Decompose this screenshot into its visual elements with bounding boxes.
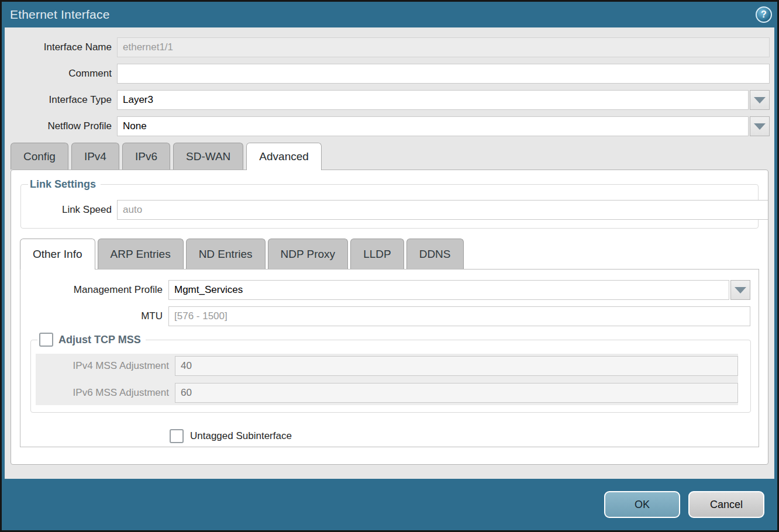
link-speed-field[interactable] (117, 200, 768, 220)
dialog-title: Ethernet Interface (10, 8, 110, 22)
interface-name-row: Interface Name (5, 37, 770, 57)
advanced-tab-panel: Link Settings Link Speed Link Duplex Lin… (11, 170, 768, 465)
help-icon[interactable]: ? (756, 6, 772, 23)
untagged-subinterface-row: Untagged Subinterface (170, 429, 759, 443)
management-profile-dropdown-button[interactable] (730, 280, 750, 300)
comment-field[interactable] (117, 64, 770, 84)
tab-ddns[interactable]: DDNS (406, 239, 464, 269)
ipv4-mss-field (175, 356, 738, 376)
interface-type-combo (117, 90, 770, 110)
ipv4-mss-label: IPv4 MSS Adjustment (36, 360, 175, 372)
cancel-button[interactable]: Cancel (688, 491, 764, 518)
netflow-profile-combo (117, 116, 770, 136)
adjust-tcp-mss-label: Adjust TCP MSS (58, 334, 141, 346)
dropdown-arrow-icon (754, 97, 766, 103)
tab-ipv6[interactable]: IPv6 (122, 143, 170, 170)
tab-sd-wan[interactable]: SD-WAN (173, 143, 243, 170)
interface-type-field[interactable] (117, 90, 749, 110)
link-settings-row: Link Speed Link Duplex Link State (21, 200, 752, 220)
ipv6-mss-label: IPv6 MSS Adjustment (36, 387, 175, 399)
ok-button[interactable]: OK (604, 491, 680, 518)
ipv4-mss-row: IPv4 MSS Adjustment (36, 356, 738, 376)
netflow-profile-field[interactable] (117, 116, 749, 136)
netflow-profile-row: Netflow Profile (5, 116, 770, 136)
top-form: Interface Name Comment Interface Type Ne… (5, 27, 774, 136)
title-bar: Ethernet Interface ? (2, 2, 777, 27)
mtu-label: MTU (20, 310, 168, 322)
untagged-subinterface-checkbox[interactable] (170, 429, 184, 443)
interface-type-row: Interface Type (5, 90, 770, 110)
netflow-profile-dropdown-button[interactable] (750, 116, 770, 136)
comment-row: Comment (5, 64, 770, 84)
adjust-tcp-mss-fieldset: Adjust TCP MSS IPv4 MSS Adjustment IPv6 … (30, 333, 751, 413)
main-tab-bar: Config IPv4 IPv6 SD-WAN Advanced (11, 143, 774, 170)
tab-lldp[interactable]: LLDP (350, 239, 404, 269)
link-settings-fieldset: Link Settings Link Speed Link Duplex Lin… (20, 178, 759, 229)
link-speed-label: Link Speed (21, 204, 117, 216)
adjust-tcp-mss-legend: Adjust TCP MSS (37, 333, 146, 347)
management-profile-row: Management Profile (20, 280, 750, 300)
tab-advanced[interactable]: Advanced (246, 143, 322, 170)
untagged-subinterface-label: Untagged Subinterface (190, 430, 292, 442)
tab-config[interactable]: Config (11, 143, 68, 170)
link-settings-legend: Link Settings (28, 178, 101, 191)
ethernet-interface-dialog: Ethernet Interface ? Interface Name Comm… (0, 0, 779, 532)
dialog-footer: OK Cancel (2, 479, 777, 530)
mss-disabled-panel: IPv4 MSS Adjustment IPv6 MSS Adjustment (36, 354, 738, 405)
ipv6-mss-row: IPv6 MSS Adjustment (36, 383, 738, 403)
mtu-row: MTU (20, 306, 750, 326)
interface-type-dropdown-button[interactable] (750, 90, 770, 110)
tab-nd-entries[interactable]: ND Entries (186, 239, 266, 269)
dialog-body: Interface Name Comment Interface Type Ne… (5, 27, 774, 479)
tab-arp-entries[interactable]: ARP Entries (98, 239, 184, 269)
dropdown-arrow-icon (754, 123, 766, 130)
tab-ipv4[interactable]: IPv4 (71, 143, 119, 170)
netflow-profile-label: Netflow Profile (5, 120, 117, 132)
tab-ndp-proxy[interactable]: NDP Proxy (268, 239, 349, 269)
comment-label: Comment (5, 68, 117, 80)
sub-tab-bar: Other Info ARP Entries ND Entries NDP Pr… (20, 239, 768, 269)
ipv6-mss-field (175, 383, 738, 403)
mtu-field[interactable] (168, 306, 750, 326)
management-profile-field[interactable] (168, 280, 729, 300)
management-profile-label: Management Profile (20, 284, 168, 296)
dropdown-arrow-icon (735, 287, 746, 293)
adjust-tcp-mss-checkbox[interactable] (39, 333, 53, 347)
interface-name-field (117, 37, 770, 57)
interface-type-label: Interface Type (5, 94, 117, 106)
tab-other-info[interactable]: Other Info (20, 239, 95, 270)
management-profile-combo (168, 280, 750, 300)
other-info-panel: Management Profile MTU Adjust (20, 269, 759, 447)
interface-name-label: Interface Name (5, 42, 117, 53)
